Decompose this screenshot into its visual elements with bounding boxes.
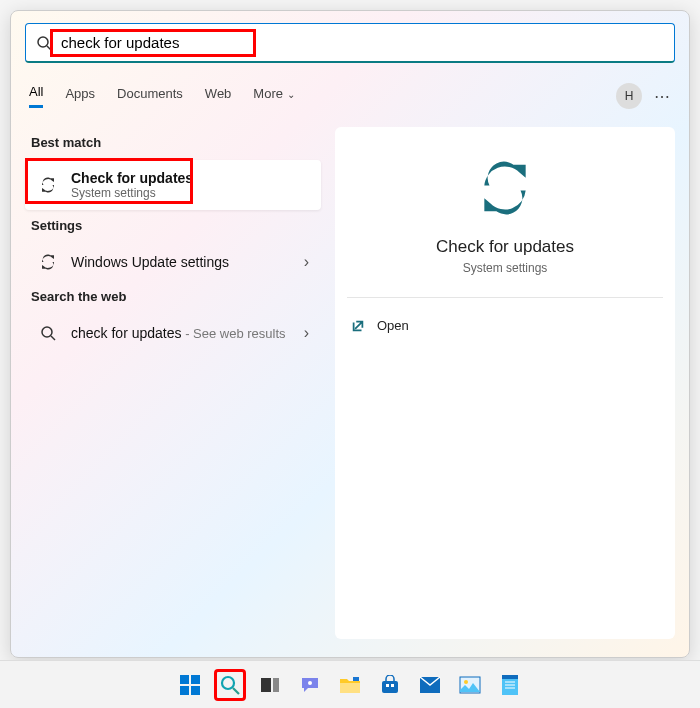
tab-more[interactable]: More ⌄	[253, 86, 294, 107]
svg-point-20	[464, 680, 468, 684]
preview-pane: Check for updates System settings Open	[335, 127, 675, 639]
search-icon	[37, 325, 59, 341]
store-button[interactable]	[374, 669, 406, 701]
search-panel: All Apps Documents Web More ⌄ H ⋯ Best m…	[10, 10, 690, 658]
svg-rect-4	[180, 675, 189, 684]
chevron-right-icon: ›	[304, 253, 309, 271]
search-input[interactable]	[61, 34, 251, 51]
notepad-button[interactable]	[494, 669, 526, 701]
action-open[interactable]: Open	[347, 312, 663, 339]
svg-rect-21	[502, 677, 518, 695]
tab-documents[interactable]: Documents	[117, 86, 183, 107]
open-external-icon	[351, 319, 365, 333]
svg-point-8	[222, 677, 234, 689]
section-settings: Settings	[31, 218, 321, 233]
user-avatar[interactable]: H	[616, 83, 642, 109]
chat-button[interactable]	[294, 669, 326, 701]
taskbar	[0, 660, 700, 708]
svg-rect-6	[180, 686, 189, 695]
action-open-label: Open	[377, 318, 409, 333]
annotation-search-highlight	[50, 29, 256, 57]
svg-rect-14	[353, 677, 359, 681]
result-check-for-updates[interactable]: Check for updates System settings	[25, 160, 321, 210]
start-button[interactable]	[174, 669, 206, 701]
result-web-search[interactable]: check for updates - See web results ›	[25, 314, 321, 352]
chevron-down-icon: ⌄	[287, 89, 295, 100]
preview-sync-icon	[347, 157, 663, 219]
svg-rect-10	[261, 678, 271, 692]
tab-web[interactable]: Web	[205, 86, 232, 107]
svg-rect-16	[386, 684, 389, 687]
web-result-suffix: - See web results	[182, 326, 286, 341]
tab-apps[interactable]: Apps	[65, 86, 95, 107]
file-explorer-button[interactable]	[334, 669, 366, 701]
filter-tabs: All Apps Documents Web More ⌄ H ⋯	[25, 83, 675, 109]
mail-button[interactable]	[414, 669, 446, 701]
task-view-button[interactable]	[254, 669, 286, 701]
search-icon	[219, 674, 241, 696]
divider	[347, 297, 663, 298]
svg-rect-11	[273, 678, 279, 692]
result-title: Windows Update settings	[71, 254, 304, 270]
svg-point-12	[308, 681, 312, 685]
results-column: Best match Check for updates System sett…	[25, 127, 321, 639]
result-windows-update-settings[interactable]: Windows Update settings ›	[25, 243, 321, 281]
svg-point-0	[38, 37, 48, 47]
section-best-match: Best match	[31, 135, 321, 150]
sync-icon	[37, 253, 59, 271]
taskbar-search-button[interactable]	[214, 669, 246, 701]
search-box[interactable]	[25, 23, 675, 63]
photos-button[interactable]	[454, 669, 486, 701]
svg-rect-22	[502, 675, 518, 679]
preview-subtitle: System settings	[347, 261, 663, 275]
preview-title: Check for updates	[347, 237, 663, 257]
web-result-query: check for updates	[71, 325, 182, 341]
sync-icon	[37, 176, 59, 194]
result-subtitle: System settings	[71, 186, 309, 200]
svg-rect-7	[191, 686, 200, 695]
svg-rect-15	[382, 681, 398, 693]
svg-rect-13	[340, 683, 360, 693]
more-options-button[interactable]: ⋯	[654, 87, 671, 106]
section-search-web: Search the web	[31, 289, 321, 304]
svg-rect-5	[191, 675, 200, 684]
svg-line-3	[51, 336, 55, 340]
svg-line-9	[233, 688, 239, 694]
tab-all[interactable]: All	[29, 84, 43, 108]
chevron-right-icon: ›	[304, 324, 309, 342]
svg-point-2	[42, 327, 52, 337]
result-title: Check for updates	[71, 170, 309, 186]
svg-rect-17	[391, 684, 394, 687]
